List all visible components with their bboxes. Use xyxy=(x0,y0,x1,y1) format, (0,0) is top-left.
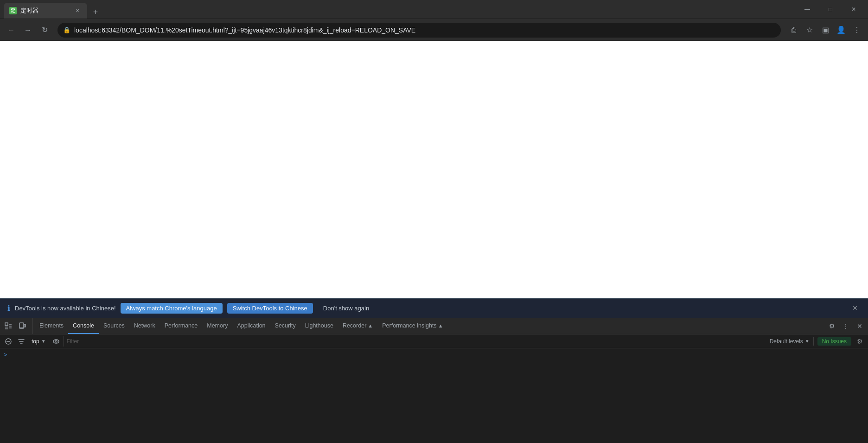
filter-icon-button[interactable] xyxy=(16,336,27,347)
address-bar[interactable]: 🔒 localhost:63342/BOM_DOM/11.%20setTimeo… xyxy=(57,23,781,38)
extension-button[interactable]: ▣ xyxy=(818,23,833,38)
prompt-arrow: > xyxy=(4,351,7,358)
context-label: top xyxy=(32,338,39,345)
url-text: localhost:63342/BOM_DOM/11.%20setTimeout… xyxy=(74,26,775,34)
clear-console-button[interactable] xyxy=(3,336,14,347)
devtools-panel: Elements Console Sources Network Perform… xyxy=(0,318,868,443)
console-prompt-line: > xyxy=(0,348,868,361)
devtools-more-button[interactable]: ⋮ xyxy=(839,320,852,333)
console-body: > xyxy=(0,348,868,443)
reload-button[interactable]: ↻ xyxy=(37,23,52,38)
menu-button[interactable]: ⋮ xyxy=(849,23,864,38)
share-button[interactable]: ⎙ xyxy=(786,23,801,38)
nav-right-icons: ⎙ ☆ ▣ 👤 ⋮ xyxy=(786,23,864,38)
navigation-bar: ← → ↻ 🔒 localhost:63342/BOM_DOM/11.%20se… xyxy=(0,19,868,41)
tab-security[interactable]: Security xyxy=(270,318,300,334)
tab-favicon: 定 xyxy=(9,7,17,14)
tab-memory[interactable]: Memory xyxy=(202,318,232,334)
back-button[interactable]: ← xyxy=(4,23,19,38)
levels-selector[interactable]: Default levels ▼ xyxy=(766,337,814,346)
tab-sources[interactable]: Sources xyxy=(99,318,129,334)
switch-to-chinese-button[interactable]: Switch DevTools to Chinese xyxy=(227,303,313,314)
banner-message: DevTools is now available in Chinese! xyxy=(15,305,116,312)
filter-input-wrap xyxy=(64,336,764,347)
tab-lighthouse[interactable]: Lighthouse xyxy=(300,318,338,334)
tab-close-button[interactable]: × xyxy=(73,6,82,15)
eye-button[interactable] xyxy=(51,336,62,347)
account-button[interactable]: 👤 xyxy=(834,23,849,38)
devtools-banner: ℹ DevTools is now available in Chinese! … xyxy=(0,298,868,318)
svg-rect-0 xyxy=(5,323,8,326)
devtools-close-button[interactable]: ✕ xyxy=(853,320,866,333)
context-dropdown-icon: ▼ xyxy=(41,339,46,344)
tab-console[interactable]: Console xyxy=(68,318,99,334)
active-tab[interactable]: 定 定时器 × xyxy=(4,3,87,19)
tab-recorder[interactable]: Recorder ▲ xyxy=(338,318,377,334)
tab-elements[interactable]: Elements xyxy=(35,318,68,334)
levels-dropdown-icon: ▼ xyxy=(805,339,810,344)
banner-close-button[interactable]: × xyxy=(849,303,861,314)
maximize-button[interactable]: □ xyxy=(820,2,841,17)
devtools-settings-button[interactable]: ⚙ xyxy=(825,320,838,333)
tab-title: 定时器 xyxy=(20,6,70,15)
context-selector[interactable]: top ▼ xyxy=(29,337,49,346)
title-bar: 定 定时器 × + — □ ✕ xyxy=(0,0,868,19)
svg-rect-2 xyxy=(24,324,26,327)
new-tab-button[interactable]: + xyxy=(89,6,102,19)
minimize-button[interactable]: — xyxy=(797,2,818,17)
no-issues-badge: No Issues xyxy=(817,337,851,346)
devtools-right-icons: ⚙ ⋮ ✕ xyxy=(825,318,866,334)
devtools-left-icons xyxy=(2,318,33,334)
levels-label: Default levels xyxy=(770,338,803,345)
tab-area: 定 定时器 × + xyxy=(4,0,795,19)
always-match-language-button[interactable]: Always match Chrome's language xyxy=(121,303,223,314)
banner-info-icon: ℹ xyxy=(7,304,10,313)
tab-performance-insights[interactable]: Performance insights ▲ xyxy=(377,318,447,334)
lock-icon: 🔒 xyxy=(63,26,70,33)
console-toolbar: top ▼ Default levels ▼ No Issues ⚙ xyxy=(0,334,868,348)
svg-point-7 xyxy=(55,340,57,342)
console-settings-button[interactable]: ⚙ xyxy=(854,336,865,347)
tab-performance[interactable]: Performance xyxy=(160,318,203,334)
forward-button[interactable]: → xyxy=(20,23,35,38)
device-toolbar-button[interactable] xyxy=(16,320,29,333)
bookmark-button[interactable]: ☆ xyxy=(802,23,817,38)
svg-point-6 xyxy=(53,340,59,343)
dont-show-again-button[interactable]: Don't show again xyxy=(318,303,375,314)
tab-network[interactable]: Network xyxy=(129,318,160,334)
devtools-tab-bar: Elements Console Sources Network Perform… xyxy=(0,318,868,334)
inspect-element-button[interactable] xyxy=(2,320,15,333)
webpage-content xyxy=(0,41,868,298)
filter-input[interactable] xyxy=(67,338,764,345)
close-window-button[interactable]: ✕ xyxy=(843,2,864,17)
window-controls: — □ ✕ xyxy=(797,2,864,17)
tab-application[interactable]: Application xyxy=(232,318,270,334)
